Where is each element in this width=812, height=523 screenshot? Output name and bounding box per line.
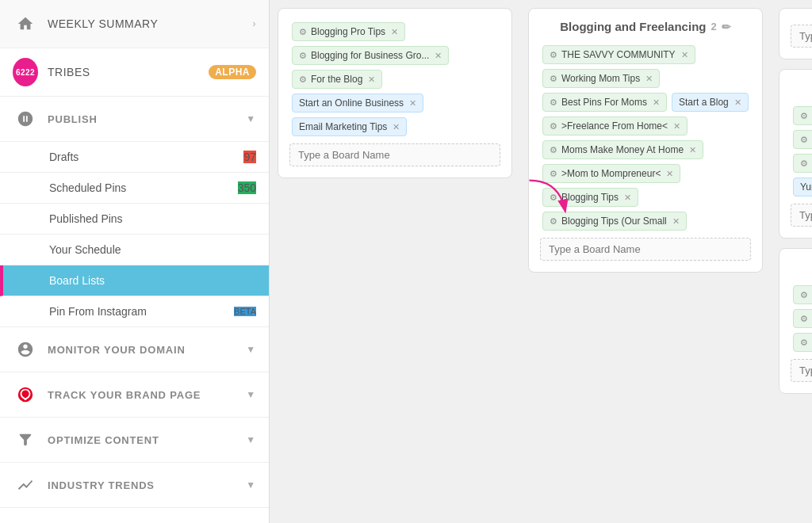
- board-tag: ⚙>Mom to Mompreneur<✕: [542, 164, 680, 183]
- sidebar-section-industry[interactable]: INDUSTRY TRENDS ▼: [0, 463, 269, 508]
- tag-remove-btn[interactable]: ✕: [435, 51, 442, 61]
- sidebar-section-monitor[interactable]: MONITOR YOUR DOMAIN ▼: [0, 327, 269, 372]
- tribe-icon: ⚙: [550, 97, 557, 108]
- tribe-icon: ⚙: [299, 27, 307, 37]
- col3-mid-board-input[interactable]: [791, 204, 812, 227]
- board-tag: ⚙Best Pins For Moms✕: [542, 93, 667, 112]
- scheduled-pins-label: Scheduled Pins: [49, 181, 238, 194]
- col3-mid-card-header: 1- Recipes Viral ✏: [791, 81, 812, 94]
- tag-remove-btn[interactable]: ✕: [672, 216, 680, 227]
- tag-remove-btn[interactable]: ✕: [391, 27, 398, 37]
- tribe-icon: ⚙: [550, 121, 557, 132]
- tribe-icon: ⚙: [550, 216, 557, 227]
- published-pins-label: Published Pins: [49, 212, 256, 225]
- col1-board-input[interactable]: [289, 143, 500, 166]
- tag-remove-btn[interactable]: ✕: [653, 97, 660, 108]
- board-tag: Yum! Food✕: [793, 178, 812, 197]
- board-card-col3-mid: 1- Recipes Viral ✏ ⚙Best recipes & drink…: [779, 69, 812, 239]
- tribe-icon: ⚙: [800, 135, 808, 145]
- col2-card-header: Blogging and Freelancing 2 ✏: [540, 20, 751, 33]
- col3-mid-tags-area: ⚙Best recipes & drinks com...✕⚙Recipes f…: [791, 104, 812, 199]
- publish-label: PUBLISH: [48, 113, 98, 125]
- col2-board-input[interactable]: [540, 238, 751, 261]
- sidebar-item-pin-from-instagram[interactable]: Pin From Instagram BETA: [0, 296, 269, 327]
- tag-remove-btn[interactable]: ✕: [734, 97, 741, 108]
- tribe-icon: ⚙: [299, 51, 307, 61]
- sidebar-item-your-schedule[interactable]: Your Schedule: [0, 235, 269, 265]
- board-tag: Start a Blog✕: [672, 93, 749, 112]
- track-brand-label: TRACK YOUR BRAND PAGE: [48, 389, 201, 401]
- your-schedule-label: Your Schedule: [49, 243, 256, 256]
- col3-top-board-input[interactable]: [791, 25, 812, 48]
- monitor-icon: [13, 337, 38, 362]
- tribe-icon: ⚙: [800, 158, 808, 169]
- sidebar: WEEKLY SUMMARY › 6222 TRIBES ALPHA PUBLI…: [0, 0, 270, 523]
- home-icon: [13, 11, 38, 36]
- tribe-icon: ⚙: [550, 169, 557, 179]
- tribe-icon: ⚙: [800, 314, 808, 324]
- tag-label: Yum! Food: [800, 181, 812, 193]
- optimize-label: OPTIMIZE CONTENT: [48, 434, 159, 446]
- tag-remove-btn[interactable]: ✕: [673, 121, 680, 132]
- board-tag: ⚙Blogging Pro Tips✕: [292, 22, 405, 41]
- board-tag: ⚙Top Recipes for Busy Moms✕: [793, 154, 812, 173]
- pin-instagram-beta-badge: BETA: [234, 307, 256, 316]
- drafts-label: Drafts: [49, 151, 243, 163]
- col3-bot-card-header: Working Mom Specific ✏: [791, 260, 812, 273]
- board-tag: ⚙Working Mom ♥✕: [793, 309, 812, 328]
- tag-label: Best Pins For Moms: [561, 97, 647, 108]
- sidebar-item-scheduled-pins[interactable]: Scheduled Pins 350: [0, 173, 269, 204]
- sidebar-section-track-brand[interactable]: TRACK YOUR BRAND PAGE ▼: [0, 372, 269, 418]
- board-tag: Email Marketing Tips✕: [292, 117, 407, 136]
- board-tag: ⚙For the Blog✕: [292, 70, 382, 89]
- tribe-icon: ⚙: [550, 145, 557, 155]
- tag-label: THE SAVVY COMMUNITY: [561, 49, 676, 60]
- tag-label: For the Blog: [311, 74, 362, 85]
- board-tag: ⚙Moms Make Money At Home✕: [542, 140, 703, 159]
- board-lists-label: Board Lists: [49, 274, 256, 287]
- tag-label: Blogging Tips: [561, 192, 619, 203]
- board-card-col3-top: [779, 8, 812, 59]
- track-brand-arrow: ▼: [246, 389, 256, 400]
- industry-label: INDUSTRY TRENDS: [48, 479, 155, 491]
- tribes-label: TRIBES: [48, 66, 209, 78]
- sidebar-item-board-lists[interactable]: Board Lists: [0, 265, 269, 296]
- tag-remove-btn[interactable]: ✕: [624, 193, 631, 203]
- board-tag: Start an Online Business✕: [292, 94, 423, 113]
- sidebar-item-drafts[interactable]: Drafts 97: [0, 142, 269, 173]
- tag-remove-btn[interactable]: ✕: [666, 169, 673, 179]
- publish-arrow: ▼: [246, 113, 256, 124]
- tribe-icon: ⚙: [550, 74, 557, 84]
- col2-title: Blogging and Freelancing: [560, 20, 706, 33]
- tag-remove-btn[interactable]: ✕: [409, 98, 416, 109]
- sidebar-item-weekly-summary[interactable]: WEEKLY SUMMARY ›: [0, 0, 269, 48]
- industry-icon: [13, 472, 38, 498]
- tag-label: Working Mom Tips: [561, 73, 640, 84]
- tag-remove-btn[interactable]: ✕: [393, 122, 400, 132]
- tribes-count-badge: 6222: [13, 58, 38, 86]
- tag-remove-btn[interactable]: ✕: [368, 74, 375, 85]
- board-tag: ⚙Blogging Tips✕: [542, 188, 638, 207]
- sidebar-item-published-pins[interactable]: Published Pins: [0, 204, 269, 235]
- tag-label: >Freelance From Home<: [561, 120, 668, 132]
- sidebar-section-publish[interactable]: PUBLISH ▼: [0, 97, 269, 142]
- tag-label: >Mom to Mompreneur<: [561, 168, 661, 179]
- tag-remove-btn[interactable]: ✕: [645, 74, 653, 84]
- col2-tags-area: ⚙THE SAVVY COMMUNITY✕⚙Working Mom Tips✕⚙…: [540, 43, 751, 233]
- tag-label: Blogging Tips (Our Small: [561, 216, 667, 227]
- col2-edit-icon[interactable]: ✏: [722, 21, 731, 33]
- tribe-icon: ⚙: [800, 111, 808, 121]
- board-tag: ⚙Blogging Tips (Our Small✕: [542, 212, 687, 231]
- board-column-3: 1- Recipes Viral ✏ ⚙Best recipes & drink…: [771, 0, 812, 523]
- tribes-alpha-badge: ALPHA: [209, 65, 256, 79]
- col3-bot-tags-area: ⚙Working Momosphere✕⚙Working Mom ♥✕⚙Work…: [791, 283, 812, 354]
- tag-remove-btn[interactable]: ✕: [689, 145, 696, 155]
- sidebar-item-tribes[interactable]: 6222 TRIBES ALPHA: [0, 48, 269, 97]
- board-tag: ⚙THE SAVVY COMMUNITY✕: [542, 45, 695, 64]
- tag-remove-btn[interactable]: ✕: [681, 50, 688, 60]
- col3-bot-board-input[interactable]: [791, 359, 812, 382]
- board-tag: ⚙Working Mom Tips✕: [542, 69, 660, 88]
- sidebar-section-optimize[interactable]: OPTIMIZE CONTENT ▼: [0, 418, 269, 463]
- publish-icon: [13, 106, 38, 132]
- board-card-col1: ⚙Blogging Pro Tips✕⚙Blogging for Busines…: [278, 8, 512, 178]
